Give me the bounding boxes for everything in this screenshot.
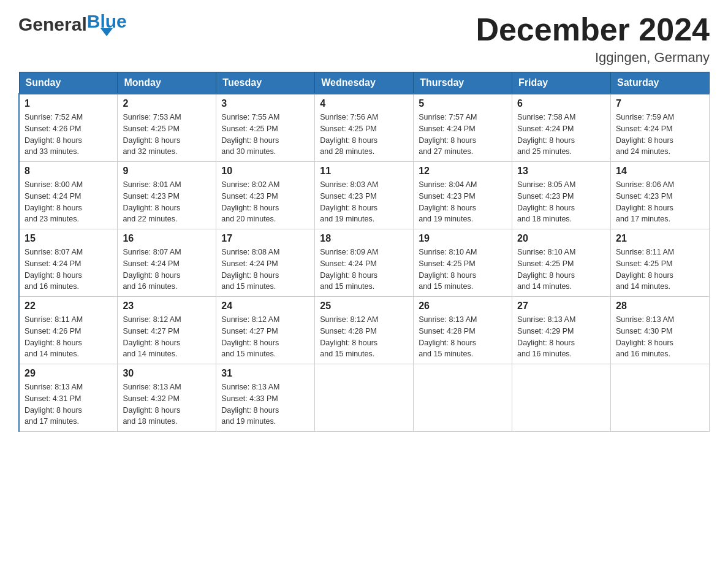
table-row: 9Sunrise: 8:01 AMSunset: 4:23 PMDaylight…: [118, 162, 216, 229]
table-row: 6Sunrise: 7:58 AMSunset: 4:24 PMDaylight…: [512, 94, 611, 162]
table-row: 29Sunrise: 8:13 AMSunset: 4:31 PMDayligh…: [19, 364, 118, 432]
table-row: 16Sunrise: 8:07 AMSunset: 4:24 PMDayligh…: [118, 229, 216, 297]
calendar-table: Sunday Monday Tuesday Wednesday Thursday…: [18, 72, 710, 432]
col-wednesday: Wednesday: [315, 72, 414, 94]
day-info: Sunrise: 8:08 AMSunset: 4:24 PMDaylight:…: [221, 247, 309, 293]
table-row: [315, 364, 414, 432]
day-number: 25: [320, 301, 408, 312]
day-info: Sunrise: 7:55 AMSunset: 4:25 PMDaylight:…: [221, 112, 309, 158]
day-info: Sunrise: 7:53 AMSunset: 4:25 PMDaylight:…: [123, 112, 211, 158]
day-info: Sunrise: 8:12 AMSunset: 4:28 PMDaylight:…: [320, 314, 408, 360]
day-info: Sunrise: 8:07 AMSunset: 4:24 PMDaylight:…: [25, 247, 112, 293]
col-friday: Friday: [512, 72, 611, 94]
day-number: 10: [221, 166, 309, 177]
table-row: 2Sunrise: 7:53 AMSunset: 4:25 PMDaylight…: [118, 94, 216, 162]
day-number: 23: [123, 301, 211, 312]
table-row: 12Sunrise: 8:04 AMSunset: 4:23 PMDayligh…: [414, 162, 512, 229]
table-row: 27Sunrise: 8:13 AMSunset: 4:29 PMDayligh…: [512, 297, 611, 364]
day-info: Sunrise: 8:11 AMSunset: 4:25 PMDaylight:…: [616, 247, 704, 293]
day-info: Sunrise: 8:07 AMSunset: 4:24 PMDaylight:…: [123, 247, 211, 293]
day-number: 16: [123, 233, 211, 244]
day-info: Sunrise: 7:52 AMSunset: 4:26 PMDaylight:…: [25, 112, 112, 158]
calendar-week-row: 8Sunrise: 8:00 AMSunset: 4:24 PMDaylight…: [19, 162, 710, 229]
day-number: 4: [320, 98, 408, 109]
day-info: Sunrise: 8:05 AMSunset: 4:23 PMDaylight:…: [517, 179, 605, 225]
calendar-subtitle: Iggingen, Germany: [476, 50, 710, 66]
table-row: 21Sunrise: 8:11 AMSunset: 4:25 PMDayligh…: [611, 229, 710, 297]
table-row: 4Sunrise: 7:56 AMSunset: 4:25 PMDaylight…: [315, 94, 414, 162]
table-row: 31Sunrise: 8:13 AMSunset: 4:33 PMDayligh…: [216, 364, 315, 432]
table-row: 3Sunrise: 7:55 AMSunset: 4:25 PMDaylight…: [216, 94, 315, 162]
table-row: 26Sunrise: 8:13 AMSunset: 4:28 PMDayligh…: [414, 297, 512, 364]
day-info: Sunrise: 8:00 AMSunset: 4:24 PMDaylight:…: [25, 179, 112, 225]
title-block: December 2024 Iggingen, Germany: [476, 12, 710, 66]
table-row: 10Sunrise: 8:02 AMSunset: 4:23 PMDayligh…: [216, 162, 315, 229]
day-number: 8: [25, 166, 112, 177]
day-info: Sunrise: 8:13 AMSunset: 4:31 PMDaylight:…: [25, 381, 112, 427]
table-row: 11Sunrise: 8:03 AMSunset: 4:23 PMDayligh…: [315, 162, 414, 229]
table-row: 28Sunrise: 8:13 AMSunset: 4:30 PMDayligh…: [611, 297, 710, 364]
table-row: 14Sunrise: 8:06 AMSunset: 4:23 PMDayligh…: [611, 162, 710, 229]
day-number: 19: [419, 233, 507, 244]
day-number: 15: [25, 233, 112, 244]
day-info: Sunrise: 7:58 AMSunset: 4:24 PMDaylight:…: [517, 112, 605, 158]
day-info: Sunrise: 8:13 AMSunset: 4:28 PMDaylight:…: [419, 314, 507, 360]
day-info: Sunrise: 8:11 AMSunset: 4:26 PMDaylight:…: [25, 314, 112, 360]
day-number: 7: [616, 98, 704, 109]
logo-blue-part: Blue: [87, 12, 127, 36]
day-number: 12: [419, 166, 507, 177]
day-number: 30: [123, 368, 211, 379]
day-number: 14: [616, 166, 704, 177]
day-number: 13: [517, 166, 605, 177]
logo: General Blue: [18, 12, 127, 36]
day-number: 24: [221, 301, 309, 312]
day-number: 17: [221, 233, 309, 244]
table-row: 25Sunrise: 8:12 AMSunset: 4:28 PMDayligh…: [315, 297, 414, 364]
table-row: 5Sunrise: 7:57 AMSunset: 4:24 PMDaylight…: [414, 94, 512, 162]
day-info: Sunrise: 8:10 AMSunset: 4:25 PMDaylight:…: [419, 247, 507, 293]
day-number: 21: [616, 233, 704, 244]
day-info: Sunrise: 7:59 AMSunset: 4:24 PMDaylight:…: [616, 112, 704, 158]
day-info: Sunrise: 8:04 AMSunset: 4:23 PMDaylight:…: [419, 179, 507, 225]
calendar-week-row: 29Sunrise: 8:13 AMSunset: 4:31 PMDayligh…: [19, 364, 710, 432]
day-number: 6: [517, 98, 605, 109]
table-row: 22Sunrise: 8:11 AMSunset: 4:26 PMDayligh…: [19, 297, 118, 364]
logo-triangle-icon: [100, 28, 113, 36]
calendar-header-row: Sunday Monday Tuesday Wednesday Thursday…: [19, 72, 710, 94]
day-info: Sunrise: 8:13 AMSunset: 4:30 PMDaylight:…: [616, 314, 704, 360]
col-monday: Monday: [118, 72, 216, 94]
calendar-week-row: 1Sunrise: 7:52 AMSunset: 4:26 PMDaylight…: [19, 94, 710, 162]
day-info: Sunrise: 8:13 AMSunset: 4:29 PMDaylight:…: [517, 314, 605, 360]
day-number: 5: [419, 98, 507, 109]
table-row: [611, 364, 710, 432]
calendar-week-row: 15Sunrise: 8:07 AMSunset: 4:24 PMDayligh…: [19, 229, 710, 297]
table-row: 20Sunrise: 8:10 AMSunset: 4:25 PMDayligh…: [512, 229, 611, 297]
col-tuesday: Tuesday: [216, 72, 315, 94]
table-row: [414, 364, 512, 432]
day-info: Sunrise: 8:12 AMSunset: 4:27 PMDaylight:…: [221, 314, 309, 360]
table-row: 8Sunrise: 8:00 AMSunset: 4:24 PMDaylight…: [19, 162, 118, 229]
table-row: 1Sunrise: 7:52 AMSunset: 4:26 PMDaylight…: [19, 94, 118, 162]
calendar-title: December 2024: [476, 12, 710, 47]
day-number: 27: [517, 301, 605, 312]
logo-general-text: General: [18, 14, 87, 35]
day-number: 28: [616, 301, 704, 312]
day-info: Sunrise: 8:01 AMSunset: 4:23 PMDaylight:…: [123, 179, 211, 225]
day-info: Sunrise: 7:57 AMSunset: 4:24 PMDaylight:…: [419, 112, 507, 158]
day-number: 2: [123, 98, 211, 109]
day-info: Sunrise: 8:13 AMSunset: 4:33 PMDaylight:…: [221, 381, 309, 427]
day-number: 3: [221, 98, 309, 109]
table-row: [512, 364, 611, 432]
day-info: Sunrise: 8:09 AMSunset: 4:24 PMDaylight:…: [320, 247, 408, 293]
day-info: Sunrise: 8:06 AMSunset: 4:23 PMDaylight:…: [616, 179, 704, 225]
col-sunday: Sunday: [19, 72, 118, 94]
col-saturday: Saturday: [611, 72, 710, 94]
table-row: 24Sunrise: 8:12 AMSunset: 4:27 PMDayligh…: [216, 297, 315, 364]
col-thursday: Thursday: [414, 72, 512, 94]
calendar-week-row: 22Sunrise: 8:11 AMSunset: 4:26 PMDayligh…: [19, 297, 710, 364]
day-info: Sunrise: 8:13 AMSunset: 4:32 PMDaylight:…: [123, 381, 211, 427]
table-row: 19Sunrise: 8:10 AMSunset: 4:25 PMDayligh…: [414, 229, 512, 297]
day-number: 9: [123, 166, 211, 177]
day-number: 29: [25, 368, 112, 379]
day-number: 22: [25, 301, 112, 312]
